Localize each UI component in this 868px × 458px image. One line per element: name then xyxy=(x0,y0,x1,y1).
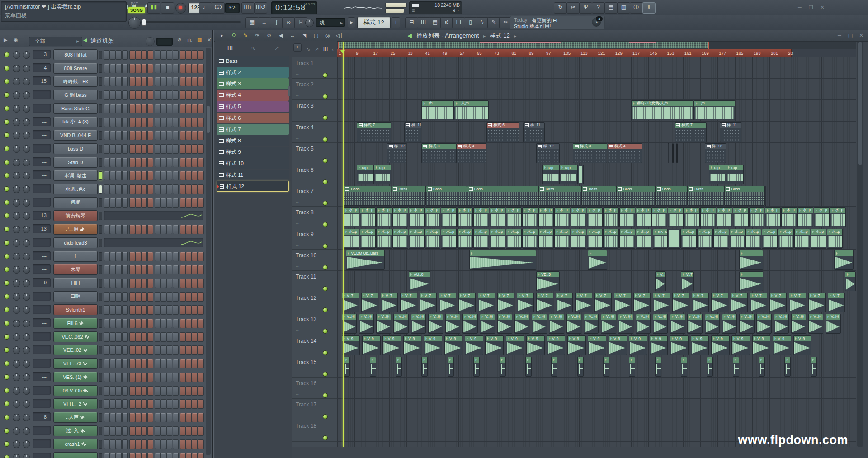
mixer-window-icon[interactable]: ⑆ xyxy=(440,17,453,28)
step-cell[interactable] xyxy=(104,184,110,194)
step-cell[interactable] xyxy=(122,386,128,396)
step-cell[interactable] xyxy=(110,426,116,436)
step-cell[interactable] xyxy=(147,184,153,194)
snap-selector[interactable]: 线 ▸ xyxy=(316,18,345,27)
snap-knob[interactable] xyxy=(305,19,314,27)
step-cell[interactable] xyxy=(104,386,110,396)
mute-indicator[interactable] xyxy=(99,158,102,167)
step-cell[interactable] xyxy=(122,171,128,180)
step-cell[interactable] xyxy=(192,77,198,86)
step-cell[interactable] xyxy=(122,373,128,382)
clip[interactable]: ⊦ xyxy=(681,357,687,377)
step-cell[interactable] xyxy=(180,64,186,73)
loop-icon[interactable]: ◉ xyxy=(14,37,18,43)
clip[interactable]: ⊦V..7 xyxy=(750,293,767,312)
step-cell[interactable] xyxy=(141,171,147,180)
clip[interactable]: ⊦V..9 xyxy=(609,335,627,355)
clip[interactable]: ⊦V..7 xyxy=(731,293,748,312)
step-cell[interactable] xyxy=(110,158,116,167)
track-led[interactable] xyxy=(323,329,328,334)
step-cell[interactable] xyxy=(186,345,192,355)
pan-knob[interactable] xyxy=(13,400,20,408)
time-signature-display[interactable]: 3:2: xyxy=(225,3,240,13)
step-cell[interactable] xyxy=(129,64,135,73)
clip[interactable]: ⊦水..p xyxy=(762,229,778,249)
step-cell[interactable] xyxy=(198,171,204,180)
step-cell[interactable] xyxy=(166,90,172,100)
step-cell[interactable] xyxy=(155,319,160,328)
step-cell[interactable] xyxy=(141,332,147,342)
clip[interactable]: ⊦V..用 xyxy=(618,314,633,334)
step-cell[interactable] xyxy=(122,279,128,288)
mute-indicator[interactable] xyxy=(99,131,102,140)
clip[interactable]: ⊦V..9 xyxy=(444,335,463,355)
step-cell[interactable] xyxy=(166,373,172,382)
channel-led[interactable] xyxy=(4,132,9,138)
clip[interactable] xyxy=(668,229,681,249)
step-cell[interactable] xyxy=(198,184,204,194)
step-cell[interactable] xyxy=(198,345,204,355)
picker-scrollbar[interactable] xyxy=(288,86,290,96)
step-cell[interactable] xyxy=(116,158,122,167)
step-cell[interactable] xyxy=(141,198,147,208)
step-cell[interactable] xyxy=(110,345,116,355)
step-cell[interactable] xyxy=(147,359,153,368)
restore-button[interactable]: ❐ xyxy=(806,3,816,11)
clip[interactable]: ⊦V..7 xyxy=(536,293,553,312)
channel-led[interactable] xyxy=(4,321,9,326)
pl-restore-button[interactable]: ▢ xyxy=(845,31,856,40)
pan-knob[interactable] xyxy=(13,333,20,341)
clip[interactable] xyxy=(765,186,766,206)
clip[interactable]: ⊦V..7 xyxy=(769,293,787,312)
step-cell[interactable] xyxy=(104,413,110,422)
step-cell[interactable] xyxy=(160,426,166,436)
mute-indicator[interactable] xyxy=(99,387,102,395)
clip[interactable]: ⊦水..p xyxy=(619,229,635,249)
step-cell[interactable] xyxy=(160,265,166,274)
clip[interactable]: ⊦rap xyxy=(709,165,726,184)
step-cell[interactable] xyxy=(173,184,179,194)
step-cell[interactable] xyxy=(155,90,160,100)
clip[interactable]: ⊦ xyxy=(344,357,350,377)
channel-button[interactable]: 水调..敲击 xyxy=(53,170,98,181)
step-cell[interactable] xyxy=(135,332,141,342)
step-cell[interactable] xyxy=(104,332,110,342)
clip[interactable]: ⊦V..7 xyxy=(361,293,378,312)
clip[interactable]: ⊦V..9 xyxy=(567,335,586,355)
channel-number[interactable]: --- xyxy=(33,157,51,166)
step-cell[interactable] xyxy=(186,386,192,396)
step-cell[interactable] xyxy=(180,265,186,274)
clip[interactable]: ⊦水..p xyxy=(811,229,826,249)
track-header[interactable]: Track 11⋯ xyxy=(292,271,337,292)
clip[interactable]: ⊦ xyxy=(655,357,661,377)
step-cell[interactable] xyxy=(180,399,186,409)
step-cell[interactable] xyxy=(104,345,110,355)
step-cell[interactable] xyxy=(141,64,147,73)
step-cell[interactable] xyxy=(147,332,153,342)
mute-indicator[interactable] xyxy=(99,373,102,382)
step-cell[interactable] xyxy=(155,332,160,342)
channel-led[interactable] xyxy=(4,119,9,125)
pan-knob[interactable] xyxy=(13,105,20,113)
mute-indicator[interactable] xyxy=(99,118,102,127)
step-cell[interactable] xyxy=(166,158,172,167)
clip[interactable]: ⊦水..p xyxy=(490,229,505,249)
step-cell[interactable] xyxy=(104,118,110,127)
step-cell[interactable] xyxy=(166,171,172,180)
master-volume-slider[interactable] xyxy=(385,3,407,8)
pattern-item[interactable]: 样式 4 xyxy=(217,90,289,101)
step-cell[interactable] xyxy=(147,399,153,409)
clip[interactable]: ⊦V..9 xyxy=(691,335,709,355)
clip[interactable]: ⊦V..9 xyxy=(382,335,401,355)
typing-wait-icon[interactable]: Ѡ xyxy=(212,2,225,14)
step-cell[interactable] xyxy=(155,386,160,396)
clip[interactable]: Bass xyxy=(392,186,426,206)
play-icon[interactable]: ▶ xyxy=(4,37,7,43)
step-cell[interactable] xyxy=(180,359,186,368)
play-pause-button[interactable]: ▮▮ xyxy=(147,2,160,14)
clip[interactable]: ⊦V..7 xyxy=(420,293,437,312)
clip[interactable]: ⊦V..9 xyxy=(526,335,545,355)
step-cell[interactable] xyxy=(141,345,147,355)
step-cell[interactable] xyxy=(141,184,147,194)
track-led[interactable] xyxy=(323,265,328,270)
